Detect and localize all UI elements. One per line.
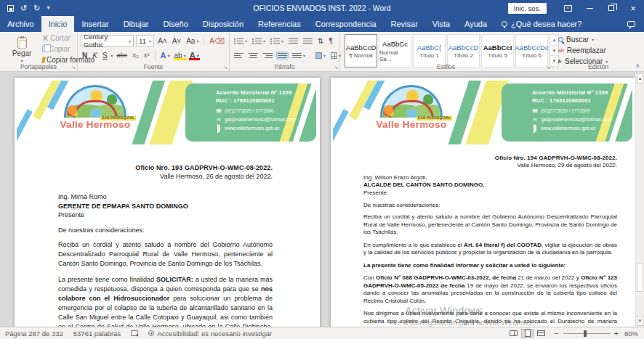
font-name-combo[interactable]: Century Gothic▾	[81, 35, 134, 46]
redo-icon[interactable]: ↻	[33, 4, 40, 12]
shrink-font-button[interactable]: A˅	[171, 36, 183, 46]
align-left-button[interactable]	[233, 52, 245, 60]
tab-archivo[interactable]: Archivo	[0, 16, 41, 32]
underline-button[interactable]: S	[101, 51, 109, 60]
superscript-button[interactable]: X²	[142, 52, 151, 60]
logo-title: Valle HermosoGAD PARROQUIAL	[53, 119, 137, 130]
group-estilos: AaBbCcD¶ Normal AaBbCcNormal Sa... AaBbC…	[340, 32, 552, 71]
align-center-button[interactable]	[247, 52, 259, 60]
font-color-button[interactable]: A▾	[189, 51, 200, 60]
justify-button[interactable]	[276, 52, 289, 60]
accessibility-status[interactable]: ♦Accesibilidad: es necesario investigar	[143, 327, 277, 339]
shading-button[interactable]: ▾	[314, 52, 327, 60]
read-mode-button[interactable]	[507, 329, 520, 338]
banner-contact-panel: Acuerdo Ministerial N° 1359 RUC : 176812…	[502, 83, 632, 142]
clear-formatting-button[interactable]: A⌫	[208, 36, 226, 46]
customize-qat-icon[interactable]: ▾	[47, 5, 49, 11]
tab-diseno[interactable]: Diseño	[156, 16, 196, 32]
replace-button[interactable]: abReemplazar	[552, 45, 644, 56]
cursor-icon	[532, 126, 538, 131]
flower-icon	[68, 105, 77, 115]
logo-title: Valle HermosoGAD PARROQUIAL	[369, 119, 454, 130]
subscript-button[interactable]: X₂	[131, 52, 140, 60]
zoom-out-button[interactable]: −	[554, 329, 558, 338]
proofing-status[interactable]	[126, 327, 143, 339]
replace-label: Reemplazar	[567, 46, 606, 54]
tell-me-box[interactable]: ¿Qué desea hacer?	[494, 16, 589, 32]
sort-button[interactable]: ⇅	[316, 36, 325, 46]
highlight-button[interactable]: ab▾	[174, 52, 187, 60]
style-name: Título 1	[419, 52, 439, 59]
phone-icon: ☎	[532, 108, 538, 114]
tab-revisar[interactable]: Revisar	[384, 16, 425, 32]
sign-in-button[interactable]: Inic. ses.	[508, 3, 547, 14]
undo-icon[interactable]: ↺	[20, 4, 27, 12]
minimize-button[interactable]	[579, 0, 600, 16]
copy-label: Copiar	[49, 45, 70, 53]
dialog-launcher-icon[interactable]: ↘	[334, 65, 338, 70]
restore-button[interactable]	[600, 0, 622, 16]
word-count[interactable]: 53761 palabras	[68, 327, 126, 339]
text-effects-button[interactable]: A▾	[159, 50, 172, 60]
close-button[interactable]: ×	[622, 0, 644, 16]
increase-indent-button[interactable]	[302, 37, 314, 45]
scroll-up-icon[interactable]: ▲	[637, 73, 643, 83]
save-icon[interactable]	[7, 5, 14, 12]
italic-button[interactable]: K	[91, 51, 99, 60]
scrollbar-thumb[interactable]	[637, 263, 643, 292]
line-spacing-button[interactable]: ▾	[291, 52, 307, 60]
feedback-button[interactable]	[619, 16, 644, 32]
zoom-in-button[interactable]: +	[614, 329, 619, 338]
vertical-scrollbar[interactable]: ▲ ▼	[635, 73, 644, 327]
tab-ayuda[interactable]: Ayuda	[457, 16, 494, 32]
align-right-button[interactable]	[262, 52, 274, 60]
collapse-ribbon-icon[interactable]: ∧	[635, 62, 640, 69]
letter-content[interactable]: Oficio Nro. 194 GADPRVH-O-WMC-08-2022. V…	[331, 144, 636, 327]
decrease-indent-button[interactable]	[287, 37, 299, 45]
dialog-launcher-icon[interactable]: ↘	[546, 65, 550, 70]
change-case-button[interactable]: Aa▾	[185, 36, 200, 46]
strikethrough-button[interactable]: abc	[116, 51, 129, 60]
zoom-slider-thumb[interactable]	[584, 330, 587, 337]
document-page-right[interactable]: Valle HermosoGAD PARROQUIAL Acuerdo Mini…	[331, 78, 636, 327]
group-fuente: Century Gothic▾ 11▾ A˄ A˅ Aa▾ A⌫ N K S ▾…	[78, 32, 230, 71]
paste-button[interactable]: Pegar ▾	[6, 35, 38, 65]
tab-inicio[interactable]: Inicio	[41, 16, 75, 32]
dialog-launcher-icon[interactable]: ↘	[223, 65, 228, 70]
ribbon-display-options-icon: ˄	[564, 5, 572, 12]
page-indicator[interactable]: Página 287 de 332	[0, 327, 68, 339]
underline-dropdown-icon[interactable]: ▾	[111, 53, 113, 58]
bold-button[interactable]: N	[81, 51, 89, 60]
print-layout-button[interactable]	[521, 329, 534, 338]
salutation: De nuestras consideraciones:	[363, 202, 617, 208]
scroll-down-icon[interactable]: ▼	[637, 316, 643, 326]
grow-font-button[interactable]: A˄	[156, 36, 169, 46]
tab-insertar[interactable]: Insertar	[74, 16, 116, 32]
show-marks-button[interactable]: ¶	[327, 36, 334, 46]
font-size-combo[interactable]: 11▾	[136, 35, 154, 46]
quick-access-toolbar: ↺ ↻ ▾	[0, 4, 57, 12]
document-page-left[interactable]: Valle HermosoGAD PARROQUIAL Acuerdo Mini…	[15, 78, 320, 327]
ruc-text: RUC : 1768120600001	[216, 97, 313, 105]
highlight-dropdown-icon: ▾	[184, 53, 186, 58]
acuerdo-text: Acuerdo Ministerial N° 1359	[532, 89, 629, 97]
multilevel-list-button[interactable]: ▾	[269, 37, 285, 45]
logo-arch-icon	[64, 85, 126, 118]
dialog-launcher-icon[interactable]: ↘	[71, 65, 76, 70]
ribbon-display-options-button[interactable]: ˄	[557, 0, 579, 16]
numbering-button[interactable]: ▾	[251, 37, 267, 45]
bullets-button[interactable]: ▾	[233, 37, 249, 45]
letter-content[interactable]: Oficio Nro. 193 GADPRVH-O-WMC-08-2022. V…	[15, 144, 320, 327]
find-button[interactable]: Buscar▾	[552, 34, 644, 45]
accessibility-label: Accesibilidad: es necesario investigar	[157, 330, 272, 338]
tab-dibujar[interactable]: Dibujar	[116, 16, 156, 32]
tab-disposicion[interactable]: Disposición	[196, 16, 251, 32]
zoom-slider[interactable]	[563, 333, 610, 334]
tab-correspondencia[interactable]: Correspondencia	[308, 16, 384, 32]
zoom-percentage[interactable]: 80%	[624, 330, 644, 338]
banner-stripe	[17, 109, 33, 144]
tab-vista[interactable]: Vista	[425, 16, 457, 32]
web-layout-button[interactable]	[535, 329, 547, 338]
oficio-number: Oficio Nro. 193 GADPRVH-O-WMC-08-2022.	[58, 163, 273, 172]
tab-referencias[interactable]: Referencias	[251, 16, 308, 32]
